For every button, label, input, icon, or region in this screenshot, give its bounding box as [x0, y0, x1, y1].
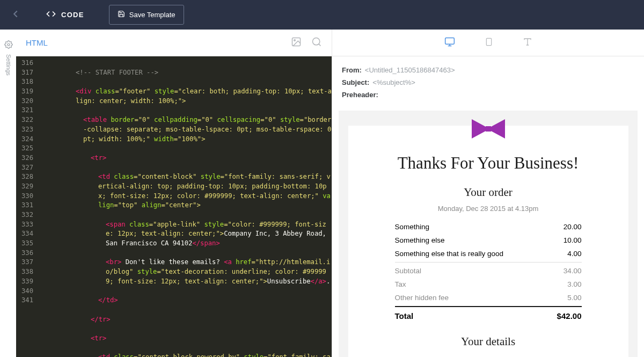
- preheader-label: Preheader:: [342, 91, 378, 99]
- line-numbers: 3163173183193203213223233243253263273283…: [16, 56, 38, 357]
- code-tab-label: CODE: [61, 11, 84, 19]
- svg-rect-4: [445, 38, 454, 44]
- image-icon[interactable]: [291, 37, 302, 49]
- from-value: <Untitled_11505186847463>: [365, 66, 455, 74]
- back-arrow-icon[interactable]: [10, 8, 21, 22]
- email-headline: Thanks For Your Business!: [364, 154, 612, 173]
- code-content[interactable]: <!-- START FOOTER --> <div class="footer…: [38, 56, 332, 357]
- bowtie-icon: [364, 119, 612, 139]
- editor-pane: HTML 31631731831932032132232332432532632…: [16, 30, 332, 357]
- email-metadata: From:<Untitled_11505186847463> Subject:<…: [332, 56, 644, 105]
- gear-icon: [4, 40, 13, 51]
- subject-label: Subject:: [342, 78, 369, 86]
- settings-label: Settings: [5, 54, 12, 76]
- topbar: CODE Save Template: [0, 0, 644, 30]
- code-icon: [46, 9, 56, 20]
- total-row: Total$42.00: [395, 309, 582, 323]
- settings-vertical-tab[interactable]: Settings: [1, 40, 16, 76]
- code-editor[interactable]: 3163173183193203213223233243253263273283…: [16, 56, 332, 357]
- order-item: Something else that is really good4.00: [395, 247, 582, 260]
- from-label: From:: [342, 66, 362, 74]
- text-icon[interactable]: [523, 37, 532, 49]
- editor-tools: [291, 37, 322, 49]
- search-icon[interactable]: [311, 37, 322, 49]
- save-template-button[interactable]: Save Template: [109, 5, 184, 25]
- order-item: Something20.00: [395, 220, 582, 234]
- save-icon: [118, 10, 125, 19]
- mobile-icon[interactable]: [485, 37, 493, 49]
- svg-point-2: [294, 39, 296, 41]
- email-body: Thanks For Your Business! Your order Mon…: [348, 126, 628, 357]
- tab-code[interactable]: CODE: [36, 0, 94, 30]
- order-table: Something20.00 Something else10.00 Somet…: [395, 220, 582, 323]
- fee-row: Other hidden fee5.00: [395, 291, 582, 304]
- tax-row: Tax3.00: [395, 278, 582, 291]
- desktop-icon[interactable]: [444, 37, 455, 49]
- order-date: Monday, Dec 28 2015 at 4.13pm: [364, 205, 612, 213]
- save-button-label: Save Template: [129, 11, 175, 19]
- svg-point-3: [313, 38, 320, 45]
- order-item: Something else10.00: [395, 234, 582, 247]
- preview-pane: From:<Untitled_11505186847463> Subject:<…: [332, 30, 644, 357]
- preview-toolbar: [332, 30, 644, 56]
- section-your-order: Your order: [364, 186, 612, 199]
- email-preview-canvas: Thanks For Your Business! Your order Mon…: [339, 111, 638, 357]
- svg-point-0: [8, 43, 10, 46]
- editor-language-label: HTML: [26, 38, 48, 47]
- section-your-details: Your details: [364, 335, 612, 348]
- svg-rect-5: [486, 38, 491, 45]
- editor-header: HTML: [16, 30, 332, 56]
- subject-value: <%subject%>: [372, 78, 415, 86]
- subtotal-row: Subtotal34.00: [395, 264, 582, 278]
